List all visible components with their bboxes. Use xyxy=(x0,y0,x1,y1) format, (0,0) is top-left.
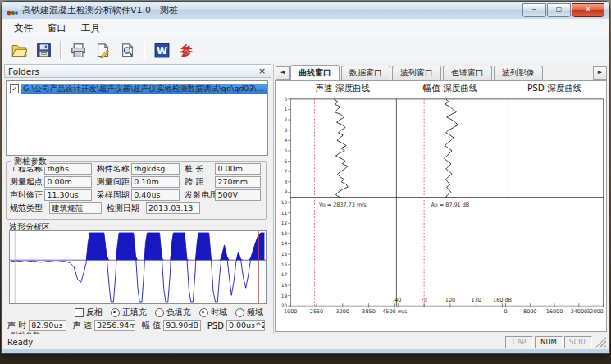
toolbar-separator xyxy=(60,41,62,59)
waveform-plot[interactable] xyxy=(9,230,267,304)
param-label: 声时修正 xyxy=(10,189,44,201)
readout-field[interactable]: 0.00us^2/m xyxy=(226,320,265,331)
param-value-field[interactable]: fhgkdsg xyxy=(131,163,180,175)
open-file-button[interactable] xyxy=(8,39,30,61)
list-item[interactable]: ✓G:\公司产品设计开发\超声仪器\超声仪实地检测数据调试\qd\qd03\qd… xyxy=(10,83,267,94)
app-icon xyxy=(7,6,18,16)
domain-radio-label: 时域 xyxy=(211,307,227,318)
param-value-field[interactable]: 500V xyxy=(215,189,261,201)
svg-text:3: 3 xyxy=(284,127,287,133)
resize-grip-icon[interactable] xyxy=(595,337,606,348)
close-button[interactable]: ✕ xyxy=(572,3,604,17)
save-button[interactable] xyxy=(33,39,54,61)
menu-item-2[interactable]: 工具 xyxy=(75,20,106,36)
right-panel: ◄曲线窗口数据窗口波列窗口色谱窗口波列影像► 01234567891011121… xyxy=(273,64,609,334)
svg-text:8: 8 xyxy=(284,179,287,184)
param-label: 检测日期 xyxy=(107,202,146,214)
param-label: 测量起点 xyxy=(10,176,44,188)
tab-0[interactable]: 曲线窗口 xyxy=(290,65,340,80)
param-label: 构件名称 xyxy=(97,163,131,175)
svg-text:1: 1 xyxy=(284,106,287,111)
readout-label: PSD xyxy=(207,321,224,330)
toolbar: W参 xyxy=(2,37,609,64)
param-value-field[interactable]: 0.00m xyxy=(215,163,261,175)
readout-field[interactable]: 93.90dB xyxy=(163,320,201,331)
status-key-cap: CAP xyxy=(505,336,533,348)
maximize-button[interactable]: ▢ xyxy=(547,3,571,17)
tab-scroll-left-icon[interactable]: ◄ xyxy=(276,66,290,80)
tab-4[interactable]: 波列影像 xyxy=(494,66,543,80)
svg-text:10: 10 xyxy=(281,199,288,205)
pile-params-groupbox: 测桩参数 工程名称fhghs构件名称fhgkdsg桩 长0.00m测量起点0.0… xyxy=(6,161,267,220)
svg-text:16000: 16000 xyxy=(546,308,563,315)
param-value-field[interactable]: 0.00m xyxy=(44,176,91,188)
param-row: 声时修正11.30us采样周期0.40us发射电压500V xyxy=(10,189,266,201)
svg-text:参: 参 xyxy=(179,43,193,58)
param-value-field[interactable]: 11.30us xyxy=(44,189,91,201)
tab-3[interactable]: 色谱窗口 xyxy=(443,66,492,80)
left-panel: Folders × ✓G:\公司产品设计开发\超声仪器\超声仪实地检测数据调试\… xyxy=(4,64,271,334)
pile-params-title: 测桩参数 xyxy=(11,156,49,167)
svg-text:W: W xyxy=(156,45,166,57)
svg-text:PSD-深度曲线: PSD-深度曲线 xyxy=(527,83,581,93)
export-icon xyxy=(95,43,111,58)
param-label: 采样周期 xyxy=(97,189,131,201)
param-value-field[interactable]: 2013.03.13 xyxy=(146,202,200,214)
invert-checkbox[interactable] xyxy=(75,308,84,317)
readout-field[interactable]: 3256.94m/s xyxy=(94,320,135,331)
svg-text:Ao = 87.91 dB: Ao = 87.91 dB xyxy=(431,202,470,208)
depth-curves-area[interactable]: 01234567891011121314151617181920声速-深度曲线V… xyxy=(275,80,607,332)
svg-text:声速-深度曲线: 声速-深度曲线 xyxy=(316,83,370,93)
svg-text:40: 40 xyxy=(394,297,401,303)
svg-text:32000: 32000 xyxy=(586,308,603,315)
readout-field[interactable]: 82.90us xyxy=(29,320,66,331)
param-value-field[interactable]: 270mm xyxy=(215,176,261,188)
svg-text:70: 70 xyxy=(421,297,427,303)
item-checkbox[interactable]: ✓ xyxy=(10,84,19,93)
svg-text:2: 2 xyxy=(284,116,287,122)
svg-text:3850: 3850 xyxy=(362,308,375,315)
status-bar: Ready CAPNUMSCRL xyxy=(2,334,609,349)
window-title: 高铁建混凝土检测分析软件V1.0—测桩 xyxy=(22,4,178,16)
fill-radio-1[interactable] xyxy=(155,308,164,317)
tab-scroll-right-icon[interactable]: ► xyxy=(593,66,607,80)
status-key-indicators: CAPNUMSCRL xyxy=(505,336,594,348)
word-export-button[interactable]: W xyxy=(151,39,172,61)
param-value-field[interactable]: 0.40us xyxy=(131,189,180,201)
folders-panel-header: Folders × xyxy=(4,64,271,78)
folders-close-icon[interactable]: × xyxy=(257,66,267,76)
fill-radio-0[interactable] xyxy=(111,308,120,317)
params-button[interactable]: 参 xyxy=(176,39,197,61)
readout-label: 声 时 xyxy=(7,320,26,331)
tab-1[interactable]: 数据窗口 xyxy=(341,66,390,80)
print-preview-button[interactable] xyxy=(116,39,138,61)
svg-text:幅值-深度曲线: 幅值-深度曲线 xyxy=(423,83,477,93)
svg-text:1900: 1900 xyxy=(284,308,297,315)
svg-text:16: 16 xyxy=(281,262,288,267)
menu-item-1[interactable]: 窗口 xyxy=(42,20,72,36)
domain-radio-label: 频域 xyxy=(247,307,263,318)
param-value-field[interactable]: 0.10m xyxy=(131,176,180,188)
tab-2[interactable]: 波列窗口 xyxy=(392,66,441,80)
domain-radio-0[interactable] xyxy=(199,308,208,317)
title-bar: 高铁建混凝土检测分析软件V1.0—测桩 ─ ▢ ✕ xyxy=(2,2,609,19)
svg-text:0: 0 xyxy=(284,96,287,102)
readout-label: 幅 值 xyxy=(142,320,161,331)
svg-text:14: 14 xyxy=(281,240,288,246)
fill-radio-label: 负填充 xyxy=(166,307,191,318)
svg-text:160 dB: 160 dB xyxy=(493,297,512,303)
print-button[interactable] xyxy=(67,39,89,61)
minimize-button[interactable]: ─ xyxy=(522,3,546,17)
export-button[interactable] xyxy=(92,39,113,61)
param-value-field[interactable]: fhghs xyxy=(44,163,91,175)
params-icon: 参 xyxy=(179,43,194,58)
open-file-icon xyxy=(11,43,27,58)
domain-radio-1[interactable] xyxy=(235,308,244,317)
svg-text:12: 12 xyxy=(281,220,288,225)
param-row: 规范类型建筑规范检测日期2013.03.13 xyxy=(10,202,266,214)
menu-item-0[interactable]: 文件 xyxy=(8,20,39,36)
depth-curves-chart: 01234567891011121314151617181920声速-深度曲线V… xyxy=(276,81,606,331)
svg-text:130: 130 xyxy=(472,297,481,303)
folder-list[interactable]: ✓G:\公司产品设计开发\超声仪器\超声仪实地检测数据调试\qd\qd03\qd… xyxy=(6,80,268,156)
param-value-field[interactable]: 建筑规范 xyxy=(49,202,102,214)
